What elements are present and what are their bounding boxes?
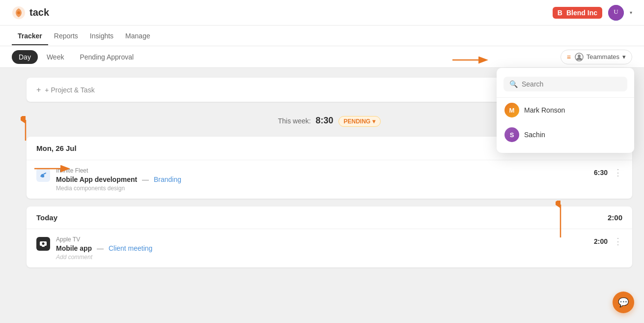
teammates-dropdown: 🔍 M Mark Ronson S Sachin [497, 68, 634, 153]
task-time-2: 2:00 [594, 237, 608, 245]
table-row: Apple TV Mobile app — Client meeting Add… [27, 229, 632, 267]
dropdown-item-mark[interactable]: M Mark Ronson [497, 98, 634, 122]
company-initial: B [558, 9, 562, 17]
teammates-label: Teammates [587, 53, 619, 60]
week-label: This week: [278, 117, 311, 125]
user-circle-icon [575, 53, 584, 61]
week-time: 8:30 [316, 116, 334, 125]
logo[interactable]: tack [12, 6, 49, 20]
filter-icon: ≡ [567, 53, 571, 61]
arrow-to-teammates [452, 55, 492, 65]
task-tag-2: Client meeting [109, 244, 153, 252]
project-icon-appletv [36, 237, 50, 251]
task-sub-2[interactable]: Add comment [56, 254, 588, 261]
task-right-1: 6:30 ⋮ [594, 167, 622, 178]
task-main-name-2: Mobile app [56, 244, 92, 252]
task-name-1: Mobile App development — Branding [56, 176, 588, 183]
nav-item-reports[interactable]: Reports [48, 27, 84, 45]
separator-icon-2: — [97, 244, 106, 252]
company-badge[interactable]: B Blend Inc [553, 7, 602, 19]
header: tack B Blend Inc ▾ [0, 0, 644, 26]
header-left: tack [12, 6, 49, 20]
task-project-1: Infinite Fleet [56, 167, 588, 174]
day-header-today: Today 2:00 [27, 206, 632, 229]
teammates-chevron-icon: ▾ [622, 53, 626, 60]
chat-button[interactable]: 💬 [613, 292, 634, 313]
task-project-2: Apple TV [56, 236, 588, 243]
task-more-2[interactable]: ⋮ [614, 236, 622, 247]
svg-point-4 [578, 55, 581, 58]
search-icon: 🔍 [509, 80, 518, 88]
svg-rect-10 [42, 246, 45, 247]
plus-icon: + [36, 86, 41, 94]
dropdown-username-mark: Mark Ronson [524, 106, 565, 114]
task-sub-1: Media components design [56, 185, 588, 192]
day-total-today: 2:00 [608, 213, 622, 222]
nav-item-tracker[interactable]: Tracker [12, 27, 48, 45]
tv-icon [39, 239, 48, 248]
nav-item-manage[interactable]: Manage [119, 27, 156, 45]
task-more-1[interactable]: ⋮ [614, 167, 622, 178]
pending-badge[interactable]: PENDING ▾ [338, 116, 381, 127]
search-input-wrap[interactable]: 🔍 [504, 77, 627, 91]
user-chevron-icon[interactable]: ▾ [630, 10, 632, 15]
task-time-1: 6:30 [594, 169, 608, 176]
header-right: B Blend Inc ▾ [553, 5, 632, 21]
arrow-to-day [21, 116, 30, 143]
user-icon-sachin: S [504, 127, 519, 142]
add-task-button[interactable]: + + Project & Task [36, 86, 95, 94]
svg-point-11 [42, 242, 45, 245]
user-icon-mark: M [504, 103, 519, 117]
arrow-to-add-task [34, 164, 74, 174]
nav-item-insights[interactable]: Insights [84, 27, 119, 45]
task-content-1: Infinite Fleet Mobile App development — … [56, 167, 588, 192]
main-nav: Tracker Reports Insights Manage [0, 26, 644, 46]
sub-nav-day[interactable]: Day [12, 50, 38, 64]
svg-point-1 [17, 11, 20, 14]
sub-nav-left: Day Week Pending Approval [12, 50, 140, 64]
company-name: Blend Inc [566, 9, 597, 17]
teammates-button[interactable]: ≡ Teammates ▾ [560, 50, 632, 64]
sub-nav-week[interactable]: Week [40, 50, 71, 64]
user-avatar-img [608, 5, 624, 21]
dropdown-search: 🔍 [497, 74, 634, 98]
search-input[interactable] [522, 80, 621, 88]
chat-icon: 💬 [618, 297, 629, 308]
separator-icon-1: — [142, 176, 151, 183]
task-main-name-1: Mobile App development [56, 176, 137, 183]
task-right-2: 2:00 ⋮ [594, 236, 622, 247]
task-content-2: Apple TV Mobile app — Client meeting Add… [56, 236, 588, 261]
day-label-mon: Mon, 26 Jul [36, 144, 77, 152]
sub-nav-pending[interactable]: Pending Approval [73, 50, 140, 64]
sub-nav-right: ≡ Teammates ▾ [560, 50, 632, 64]
logo-text: tack [29, 7, 49, 18]
day-section-today: Today 2:00 Apple TV Mobile app — Client … [27, 206, 632, 267]
table-row: Infinite Fleet Mobile App development — … [27, 160, 632, 199]
arrow-to-dropdown [556, 201, 565, 240]
task-name-2: Mobile app — Client meeting [56, 244, 588, 252]
dropdown-item-sachin[interactable]: S Sachin [497, 122, 634, 147]
pending-chevron-icon: ▾ [372, 118, 375, 125]
add-task-label: + Project & Task [45, 86, 94, 94]
dropdown-username-sachin: Sachin [524, 131, 545, 139]
user-avatar[interactable] [608, 5, 624, 21]
pending-label: PENDING [344, 118, 371, 125]
sub-nav: Day Week Pending Approval ≡ Teammates ▾ [0, 46, 644, 68]
logo-icon [12, 6, 26, 20]
task-tag-1: Branding [154, 176, 181, 183]
day-label-today: Today [36, 213, 57, 222]
